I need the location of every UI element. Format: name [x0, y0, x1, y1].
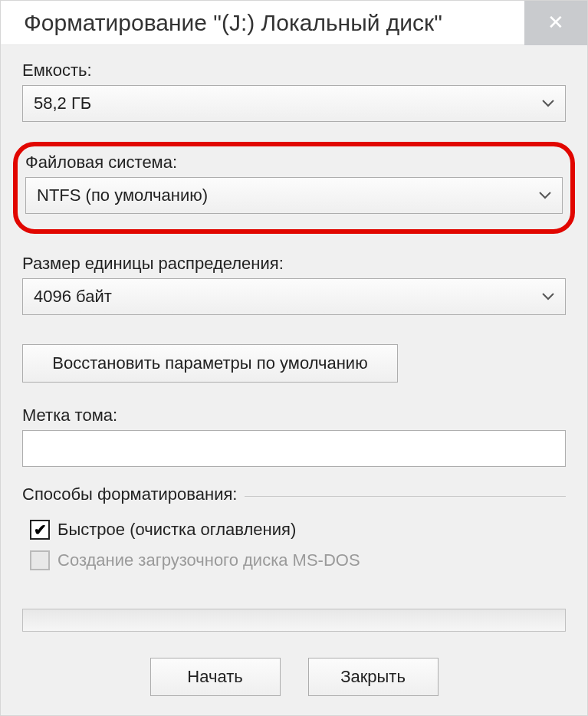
format-options-fieldset: Способы форматирования: Быстрое (очистка…: [22, 496, 566, 587]
msdos-row: Создание загрузочного диска MS-DOS: [22, 550, 566, 570]
capacity-dropdown[interactable]: 58,2 ГБ: [22, 85, 566, 122]
allocation-dropdown[interactable]: 4096 байт: [22, 278, 566, 315]
close-window-button[interactable]: ✕: [524, 1, 587, 45]
filesystem-highlight: Файловая система: NTFS (по умолчанию): [13, 142, 575, 234]
volume-label-label: Метка тома:: [22, 406, 566, 425]
capacity-label: Емкость:: [22, 61, 566, 80]
close-button[interactable]: Закрыть: [308, 658, 439, 696]
msdos-label: Создание загрузочного диска MS-DOS: [57, 550, 360, 570]
format-options-legend: Способы форматирования:: [22, 484, 245, 504]
filesystem-label: Файловая система:: [25, 153, 563, 172]
allocation-value: 4096 байт: [34, 287, 112, 307]
quickformat-row[interactable]: Быстрое (очистка оглавления): [22, 520, 566, 540]
volume-label-input[interactable]: [22, 430, 566, 467]
capacity-field: Емкость: 58,2 ГБ: [22, 61, 566, 122]
filesystem-value: NTFS (по умолчанию): [37, 186, 208, 205]
msdos-checkbox: [30, 550, 50, 570]
start-button[interactable]: Начать: [150, 658, 281, 696]
allocation-field: Размер единицы распределения: 4096 байт: [22, 254, 566, 315]
chevron-down-icon: [539, 192, 551, 199]
window-title: Форматирование "(J:) Локальный диск": [24, 10, 442, 36]
capacity-value: 58,2 ГБ: [34, 94, 91, 113]
dialog-content: Емкость: 58,2 ГБ Файловая система: NTFS …: [1, 45, 587, 715]
chevron-down-icon: [542, 293, 554, 301]
filesystem-field: Файловая система: NTFS (по умолчанию): [25, 153, 563, 214]
quickformat-label: Быстрое (очистка оглавления): [57, 520, 296, 540]
action-buttons: Начать Закрыть: [22, 658, 566, 696]
volume-label-field: Метка тома:: [22, 406, 566, 467]
quickformat-checkbox[interactable]: [30, 520, 50, 540]
chevron-down-icon: [542, 100, 554, 107]
format-dialog: Форматирование "(J:) Локальный диск" ✕ Е…: [0, 0, 588, 716]
format-progress-bar: [22, 609, 566, 632]
close-icon: ✕: [547, 11, 564, 34]
titlebar: Форматирование "(J:) Локальный диск" ✕: [1, 1, 587, 45]
restore-defaults-button[interactable]: Восстановить параметры по умолчанию: [22, 344, 398, 383]
filesystem-dropdown[interactable]: NTFS (по умолчанию): [25, 177, 563, 214]
allocation-label: Размер единицы распределения:: [22, 254, 566, 274]
